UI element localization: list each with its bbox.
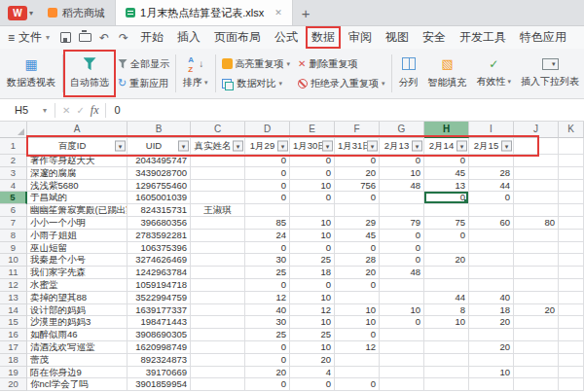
cell-H18[interactable]	[424, 354, 469, 367]
cell-E19[interactable]: 4	[290, 367, 335, 379]
cell-F11[interactable]: 20	[335, 267, 380, 279]
cell-B2[interactable]: 2043495747	[128, 155, 191, 167]
column-header-G[interactable]: G	[380, 122, 424, 138]
cell-D15[interactable]: 30	[245, 316, 290, 329]
cell-F19[interactable]	[335, 367, 380, 379]
cell-A9[interactable]: 巫山短留	[27, 242, 128, 255]
cell-G15[interactable]: 0	[380, 316, 424, 329]
menu-tab-security[interactable]: 安全	[422, 29, 446, 46]
cell-H11[interactable]	[424, 267, 469, 279]
cell-E7[interactable]: 10	[290, 217, 335, 230]
cell-D16[interactable]: 25	[245, 329, 290, 341]
cell-D11[interactable]: 25	[245, 267, 290, 279]
filter-dropdown-B[interactable]: ▾	[178, 141, 189, 152]
cell-D6[interactable]	[245, 204, 290, 217]
name-box-caret-icon[interactable]: ▾	[43, 106, 47, 115]
cell-J12[interactable]	[514, 279, 559, 292]
cell-B16[interactable]: 3908690305	[128, 329, 191, 341]
cell-J13[interactable]	[514, 292, 559, 304]
menu-tab-view[interactable]: 视图	[385, 29, 409, 46]
cell-K16[interactable]	[559, 329, 584, 341]
cell-H10[interactable]: 20	[424, 254, 469, 267]
cell-H2[interactable]: 0	[424, 155, 469, 167]
cell-D3[interactable]: 0	[245, 167, 290, 180]
filter-header-B[interactable]: UID▾	[128, 138, 191, 155]
cell-A14[interactable]: 设计部的妈妈	[27, 304, 128, 317]
cell-A6[interactable]: 幽幽笙箫寂寞殿(已踢出家门)	[27, 204, 128, 217]
cell-A15[interactable]: 沙漠里的妈妈3	[27, 316, 128, 329]
cell-F10[interactable]: 28	[335, 254, 380, 267]
cell-F4[interactable]: 756	[335, 180, 380, 193]
cell-F15[interactable]: 10	[335, 316, 380, 329]
cell-H3[interactable]: 45	[424, 167, 469, 180]
sort-button[interactable]: A Z ↓ 排序 ▾	[178, 51, 213, 96]
cell-I11[interactable]	[469, 267, 514, 279]
cell-E15[interactable]: 10	[290, 316, 335, 329]
cell-I10[interactable]	[469, 254, 514, 267]
cell-K7[interactable]	[559, 217, 584, 230]
column-header-C[interactable]: C	[191, 122, 245, 138]
row-header-13[interactable]: 13	[0, 292, 27, 304]
cell-B3[interactable]: 3439028700	[128, 167, 191, 180]
menu-tab-data[interactable]: 数据	[311, 29, 335, 46]
reapply-button[interactable]: ↻ 重新应用	[118, 76, 169, 90]
cell-K6[interactable]	[559, 204, 584, 217]
row-header-14[interactable]: 14	[0, 304, 27, 317]
cell-G2[interactable]: 0	[380, 155, 424, 167]
cell-J5[interactable]	[514, 192, 559, 204]
cell-J2[interactable]	[514, 155, 559, 167]
cell-K9[interactable]	[559, 242, 584, 255]
smart-fill-button[interactable]: ▧ 智能填充	[423, 51, 472, 96]
cell-G14[interactable]: 10	[380, 304, 424, 317]
cell-G16[interactable]	[380, 329, 424, 341]
cell-J15[interactable]	[514, 316, 559, 329]
cell-C9[interactable]	[191, 242, 245, 255]
cell-F9[interactable]: 0	[335, 242, 380, 255]
cell-A19[interactable]: 陌在你身边9	[27, 367, 128, 379]
cell-C17[interactable]	[191, 341, 245, 354]
cell-G8[interactable]: 0	[380, 230, 424, 242]
filter-header-G[interactable]: 2月13▾	[380, 138, 424, 155]
cell-H17[interactable]	[424, 341, 469, 354]
pivot-table-button[interactable]: ▦ 数据透视表	[2, 51, 60, 96]
show-all-button[interactable]: 全部显示	[118, 56, 169, 71]
row-header-11[interactable]: 11	[0, 267, 27, 279]
cell-J10[interactable]	[514, 254, 559, 267]
cell-I15[interactable]: 20	[469, 316, 514, 329]
cell-D7[interactable]: 85	[245, 217, 290, 230]
cell-B14[interactable]: 1639177337	[128, 304, 191, 317]
cell-A3[interactable]: 深邃的腐腐	[27, 167, 128, 180]
cell-B11[interactable]: 1242963784	[128, 267, 191, 279]
cell-C3[interactable]	[191, 167, 245, 180]
cell-G12[interactable]	[380, 279, 424, 292]
cell-E16[interactable]: 25	[290, 329, 335, 341]
cell-F20[interactable]: 0	[335, 378, 380, 391]
cell-D19[interactable]: 20	[245, 367, 290, 379]
menu-tab-dev-tools[interactable]: 开发工具	[459, 29, 506, 46]
highlight-duplicates-button[interactable]: 高亮重复项 ▾	[222, 56, 291, 71]
cell-K11[interactable]	[559, 267, 584, 279]
cell-J9[interactable]	[514, 242, 559, 255]
filter-dropdown-H[interactable]: ▾	[456, 141, 467, 152]
cell-G9[interactable]: 0	[380, 242, 424, 255]
filter-header-H[interactable]: 2月14▾	[424, 138, 469, 155]
filter-header-C[interactable]: 真实姓名▾	[191, 138, 245, 155]
row-header-2[interactable]: 2	[0, 155, 27, 167]
cell-J19[interactable]	[514, 367, 559, 379]
cell-A4[interactable]: 浅浅紫5680	[27, 180, 128, 193]
cell-B6[interactable]: 824315731	[128, 204, 191, 217]
cell-F16[interactable]: 0	[335, 329, 380, 341]
cell-D14[interactable]: 40	[245, 304, 290, 317]
cell-K5[interactable]	[559, 192, 584, 204]
cell-B8[interactable]: 2783592281	[128, 230, 191, 242]
cell-C4[interactable]	[191, 180, 245, 193]
cell-I3[interactable]: 28	[469, 167, 514, 180]
cell-J20[interactable]	[514, 378, 559, 391]
cell-C18[interactable]	[191, 354, 245, 367]
cell-K13[interactable]	[559, 292, 584, 304]
column-header-J[interactable]: J	[514, 122, 559, 138]
column-header-B[interactable]: B	[128, 122, 191, 138]
cell-H19[interactable]	[424, 367, 469, 379]
data-compare-button[interactable]: 数据对比 ▾	[222, 76, 291, 90]
cell-I16[interactable]	[469, 329, 514, 341]
